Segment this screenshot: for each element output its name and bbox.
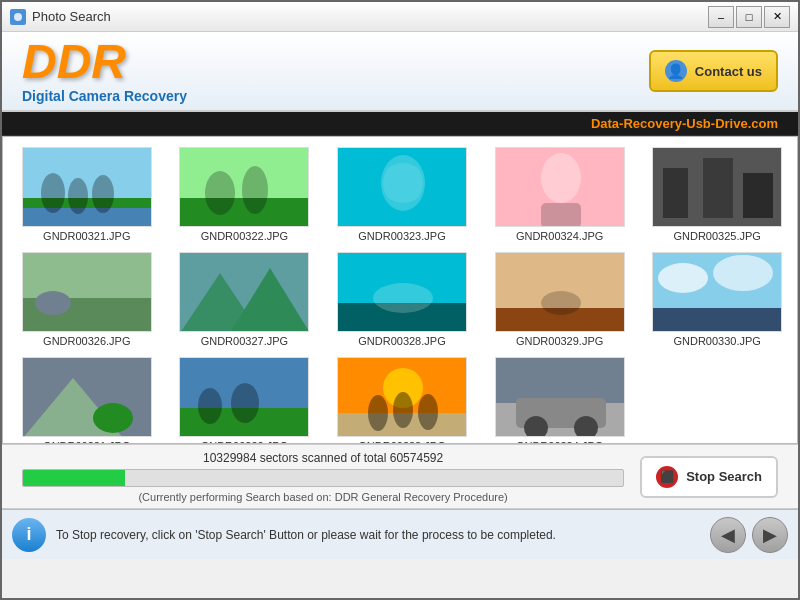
svg-point-39 [93, 403, 133, 433]
photo-filename: GNDR00329.JPG [516, 335, 603, 347]
photo-thumbnail [337, 147, 467, 227]
window-title: Photo Search [32, 9, 111, 24]
photo-item[interactable]: GNDR00327.JPG [171, 252, 319, 347]
photo-thumbnail [179, 252, 309, 332]
svg-point-6 [68, 178, 88, 214]
photo-thumbnail [337, 357, 467, 437]
progress-status-text: 10329984 sectors scanned of total 605745… [22, 451, 624, 465]
photo-thumbnail [337, 252, 467, 332]
progress-left: 10329984 sectors scanned of total 605745… [22, 451, 624, 503]
info-icon: i [12, 518, 46, 552]
header-branding: DDR Digital Camera Recovery [22, 38, 187, 104]
photo-filename: GNDR00321.JPG [43, 230, 130, 242]
svg-point-23 [35, 291, 71, 315]
progress-area: 10329984 sectors scanned of total 605745… [2, 444, 798, 509]
photo-filename: GNDR00330.JPG [673, 335, 760, 347]
back-button[interactable]: ◀ [710, 517, 746, 553]
photo-item[interactable]: GNDR00323.JPG [328, 147, 476, 242]
photo-item[interactable]: GNDR00321.JPG [13, 147, 161, 242]
contact-label: Contact us [695, 64, 762, 79]
photo-filename: GNDR00331.JPG [43, 440, 130, 443]
photo-thumbnail [652, 147, 782, 227]
close-button[interactable]: ✕ [764, 6, 790, 28]
photo-thumbnail [22, 357, 152, 437]
photo-thumbnail [22, 147, 152, 227]
svg-point-47 [368, 395, 388, 431]
photo-item[interactable]: GNDR00329.JPG [486, 252, 634, 347]
photo-item[interactable]: GNDR00326.JPG [13, 252, 161, 347]
photo-filename: GNDR00323.JPG [358, 230, 445, 242]
photo-thumbnail [179, 147, 309, 227]
photo-item[interactable]: GNDR00328.JPG [328, 252, 476, 347]
minimize-button[interactable]: – [708, 6, 734, 28]
photo-filename: GNDR00333.JPG [358, 440, 445, 443]
contact-button[interactable]: 👤 Contact us [649, 50, 778, 92]
stop-icon: ⬛ [656, 466, 678, 488]
photo-filename: GNDR00322.JPG [201, 230, 288, 242]
maximize-button[interactable]: □ [736, 6, 762, 28]
photo-thumbnail [179, 357, 309, 437]
svg-point-7 [92, 175, 114, 213]
svg-point-34 [658, 263, 708, 293]
stop-search-button[interactable]: ⬛ Stop Search [640, 456, 778, 498]
svg-point-49 [418, 394, 438, 430]
svg-rect-20 [743, 173, 773, 218]
photo-item[interactable]: GNDR00330.JPG [643, 252, 791, 347]
svg-point-42 [198, 388, 222, 424]
photo-item[interactable]: GNDR00322.JPG [171, 147, 319, 242]
photo-grid-container: GNDR00321.JPGGNDR00322.JPGGNDR00323.JPGG… [2, 136, 798, 444]
status-message: To Stop recovery, click on 'Stop Search'… [56, 528, 700, 542]
forward-button[interactable]: ▶ [752, 517, 788, 553]
svg-rect-36 [653, 308, 782, 332]
svg-point-1 [14, 13, 22, 21]
progress-sub-text: (Currently performing Search based on: D… [22, 491, 624, 503]
photo-filename: GNDR00328.JPG [358, 335, 445, 347]
photo-item[interactable]: GNDR00325.JPG [643, 147, 791, 242]
svg-point-15 [541, 153, 581, 203]
ddr-logo: DDR [22, 38, 187, 86]
nav-buttons: ◀ ▶ [710, 517, 788, 553]
photo-item[interactable]: GNDR00332.JPG [171, 357, 319, 443]
photo-filename: GNDR00334.JPG [516, 440, 603, 443]
status-bar: i To Stop recovery, click on 'Stop Searc… [2, 509, 798, 559]
svg-point-35 [713, 255, 773, 291]
photo-filename: GNDR00327.JPG [201, 335, 288, 347]
title-bar-controls: – □ ✕ [708, 6, 790, 28]
svg-point-10 [205, 171, 235, 215]
photo-grid[interactable]: GNDR00321.JPGGNDR00322.JPGGNDR00323.JPGG… [3, 137, 797, 443]
photo-filename: GNDR00332.JPG [201, 440, 288, 443]
contact-icon: 👤 [665, 60, 687, 82]
title-bar-left: Photo Search [10, 9, 111, 25]
banner-text: Data-Recovery-Usb-Drive.com [591, 116, 778, 131]
svg-point-5 [41, 173, 65, 213]
photo-item[interactable]: GNDR00334.JPG [486, 357, 634, 443]
photo-filename: GNDR00324.JPG [516, 230, 603, 242]
photo-item[interactable]: GNDR00324.JPG [486, 147, 634, 242]
svg-rect-19 [703, 158, 733, 218]
app-subtitle: Digital Camera Recovery [22, 88, 187, 104]
svg-point-11 [242, 166, 268, 214]
svg-point-43 [231, 383, 259, 423]
photo-thumbnail [495, 357, 625, 437]
progress-bar-fill [23, 470, 125, 486]
svg-point-32 [541, 291, 581, 315]
photo-filename: GNDR00325.JPG [673, 230, 760, 242]
website-banner: Data-Recovery-Usb-Drive.com [2, 112, 798, 136]
photo-thumbnail [495, 147, 625, 227]
svg-point-29 [373, 283, 433, 313]
app-icon [10, 9, 26, 25]
svg-rect-16 [541, 203, 581, 227]
photo-filename: GNDR00326.JPG [43, 335, 130, 347]
photo-thumbnail [22, 252, 152, 332]
photo-thumbnail [495, 252, 625, 332]
header: DDR Digital Camera Recovery 👤 Contact us [2, 32, 798, 112]
stop-label: Stop Search [686, 469, 762, 484]
progress-bar-container [22, 469, 624, 487]
photo-item[interactable]: GNDR00331.JPG [13, 357, 161, 443]
photo-thumbnail [652, 252, 782, 332]
title-bar: Photo Search – □ ✕ [2, 2, 798, 32]
photo-item[interactable]: GNDR00333.JPG [328, 357, 476, 443]
svg-rect-18 [663, 168, 688, 218]
svg-point-48 [393, 392, 413, 428]
